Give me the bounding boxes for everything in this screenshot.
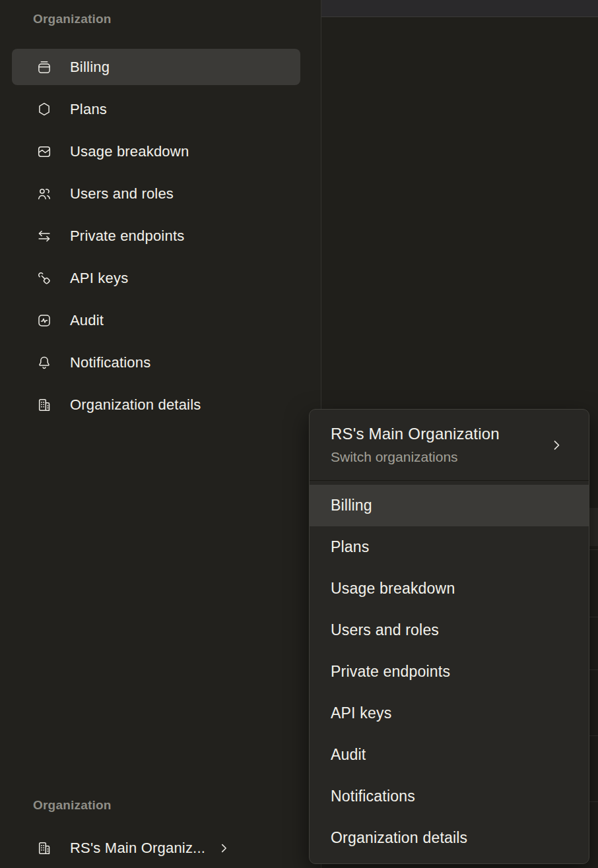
popup-menu-list: Billing Plans Usage breakdown Users and …: [310, 481, 589, 859]
sidebar-section-label: Organization: [33, 11, 112, 27]
sidebar-item-private-endpoints[interactable]: Private endpoints: [12, 218, 300, 254]
menu-item-usage-breakdown[interactable]: Usage breakdown: [310, 568, 589, 609]
users-icon: [36, 186, 52, 202]
menu-item-api-keys[interactable]: API keys: [310, 693, 589, 734]
sidebar-item-label: Billing: [70, 59, 110, 76]
popup-switch-label: Switch organizations: [331, 449, 500, 466]
popup-org-name: RS's Main Organization: [331, 424, 500, 444]
sidebar-item-label: Plans: [70, 101, 107, 118]
arrows-swap-icon: [36, 228, 52, 244]
sidebar-item-audit[interactable]: Audit: [12, 302, 300, 338]
org-switcher-trigger[interactable]: RS's Main Organiz...: [12, 830, 300, 866]
sidebar-item-label: API keys: [70, 270, 128, 287]
key-icon: [36, 270, 52, 286]
sidebar-item-label: Private endpoints: [70, 228, 184, 245]
hexagon-icon: [36, 102, 52, 117]
org-name-truncated: RS's Main Organiz...: [70, 840, 205, 857]
pulse-icon: [36, 313, 52, 328]
sidebar-item-users-and-roles[interactable]: Users and roles: [12, 175, 300, 212]
billing-icon: [36, 59, 52, 75]
sidebar-item-notifications[interactable]: Notifications: [12, 344, 300, 381]
sidebar-item-label: Users and roles: [70, 185, 174, 202]
sidebar-item-usage-breakdown[interactable]: Usage breakdown: [12, 133, 300, 170]
sidebar-item-label: Notifications: [70, 354, 150, 371]
sidebar-nav: Billing Plans Usage breakdown Users and …: [12, 49, 300, 429]
chevron-right-icon: [549, 438, 564, 452]
sidebar-item-plans[interactable]: Plans: [12, 91, 300, 127]
sidebar-item-label: Usage breakdown: [70, 143, 189, 160]
sidebar-footer-section-label: Organization: [33, 797, 112, 813]
menu-item-plans[interactable]: Plans: [310, 526, 589, 568]
sidebar-item-label: Audit: [70, 312, 104, 329]
org-menu-popup: RS's Main Organization Switch organizati…: [309, 409, 589, 864]
sidebar-item-billing[interactable]: Billing: [12, 49, 300, 85]
switch-organizations-item[interactable]: RS's Main Organization Switch organizati…: [310, 410, 589, 480]
sidebar: Organization Billing Plans Usage breakdo…: [0, 0, 321, 868]
sidebar-item-organization-details[interactable]: Organization details: [12, 387, 300, 423]
app-window: Organization Billing Plans Usage breakdo…: [0, 0, 598, 868]
top-banner: [321, 0, 598, 17]
building-icon: [36, 840, 52, 856]
menu-item-billing[interactable]: Billing: [310, 485, 589, 526]
menu-item-organization-details[interactable]: Organization details: [310, 817, 589, 859]
menu-item-users-and-roles[interactable]: Users and roles: [310, 609, 589, 651]
menu-item-audit[interactable]: Audit: [310, 734, 589, 776]
sidebar-item-api-keys[interactable]: API keys: [12, 260, 300, 296]
bell-icon: [36, 355, 52, 371]
popup-header-text: RS's Main Organization Switch organizati…: [331, 424, 500, 466]
chart-icon: [36, 144, 52, 160]
menu-item-private-endpoints[interactable]: Private endpoints: [310, 651, 589, 693]
building-icon: [36, 397, 52, 413]
menu-item-notifications[interactable]: Notifications: [310, 776, 589, 817]
chevron-right-icon: [217, 842, 230, 855]
sidebar-item-label: Organization details: [70, 396, 201, 414]
